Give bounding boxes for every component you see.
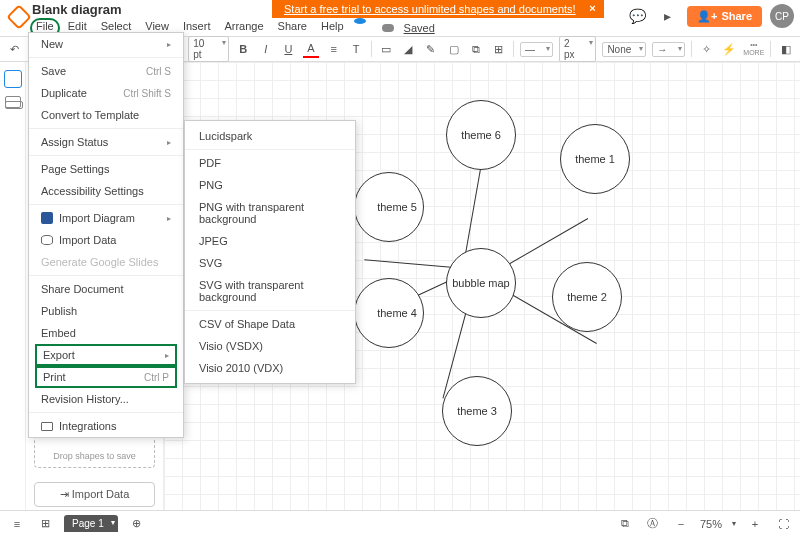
export-vsdx[interactable]: Visio (VSDX) bbox=[185, 335, 355, 357]
file-embed[interactable]: Embed bbox=[29, 322, 183, 344]
sep bbox=[513, 41, 514, 57]
magic-icon[interactable]: ✧ bbox=[698, 40, 715, 58]
line-color-icon[interactable]: ✎ bbox=[423, 40, 440, 58]
file-share-doc[interactable]: Share Document bbox=[29, 278, 183, 300]
line-style-combo[interactable]: None bbox=[602, 42, 646, 57]
visio-icon bbox=[41, 212, 53, 224]
fill-icon[interactable]: ▭ bbox=[377, 40, 394, 58]
export-pdf[interactable]: PDF bbox=[185, 152, 355, 174]
trial-banner[interactable]: Start a free trial to access unlimited s… bbox=[272, 0, 604, 18]
lightning-icon[interactable]: ⚡ bbox=[721, 40, 738, 58]
export-png[interactable]: PNG bbox=[185, 174, 355, 196]
export-vdx[interactable]: Visio 2010 (VDX) bbox=[185, 357, 355, 379]
arrow-end-combo[interactable]: → bbox=[652, 42, 685, 57]
shapes-panel-icon[interactable] bbox=[4, 70, 22, 88]
fullscreen-icon[interactable]: ⛶ bbox=[774, 515, 792, 533]
shape-icon[interactable]: ▢ bbox=[445, 40, 462, 58]
file-duplicate[interactable]: DuplicateCtrl Shift S bbox=[29, 82, 183, 104]
align-icon[interactable]: ≡ bbox=[325, 40, 342, 58]
file-import-data[interactable]: Import Data bbox=[29, 229, 183, 251]
comment-icon[interactable]: 💬 bbox=[627, 6, 649, 26]
import-data-button[interactable]: ⇥ Import Data bbox=[34, 482, 155, 507]
file-dropdown: New▸ SaveCtrl S DuplicateCtrl Shift S Co… bbox=[28, 32, 184, 438]
left-rail bbox=[0, 62, 26, 510]
add-page-icon[interactable]: ⊕ bbox=[128, 515, 146, 533]
doc-title[interactable]: Blank diagram bbox=[32, 2, 122, 17]
menu-help[interactable]: Help bbox=[315, 18, 350, 38]
file-revision-history[interactable]: Revision History... bbox=[29, 388, 183, 410]
italic-icon[interactable]: I bbox=[257, 40, 274, 58]
node-theme1[interactable]: theme 1 bbox=[560, 124, 630, 194]
bold-icon[interactable]: B bbox=[235, 40, 252, 58]
zoom-in-icon[interactable]: + bbox=[746, 515, 764, 533]
bottom-bar: ≡ ⊞ Page 1 ⊕ ⧉ Ⓐ − 75% ▾ + ⛶ bbox=[0, 510, 800, 536]
file-convert-template[interactable]: Convert to Template bbox=[29, 104, 183, 126]
chevron-right-icon: ▸ bbox=[167, 138, 171, 147]
undo-icon[interactable]: ↶ bbox=[6, 40, 23, 58]
node-theme3[interactable]: theme 3 bbox=[442, 376, 512, 446]
stroke-width-combo[interactable]: 2 px bbox=[559, 36, 596, 62]
file-page-settings[interactable]: Page Settings bbox=[29, 158, 183, 180]
text-size-icon[interactable]: T bbox=[348, 40, 365, 58]
node-theme6[interactable]: theme 6 bbox=[446, 100, 516, 170]
file-publish[interactable]: Publish bbox=[29, 300, 183, 322]
file-import-diagram[interactable]: Import Diagram▸ bbox=[29, 207, 183, 229]
file-save[interactable]: SaveCtrl S bbox=[29, 60, 183, 82]
chevron-right-icon: ▸ bbox=[167, 40, 171, 49]
saved-status[interactable]: Saved bbox=[376, 18, 447, 38]
sep bbox=[691, 41, 692, 57]
more-icon[interactable]: •••MORE bbox=[743, 41, 764, 57]
briefcase-icon bbox=[41, 422, 53, 431]
export-svg[interactable]: SVG bbox=[185, 252, 355, 274]
node-theme2[interactable]: theme 2 bbox=[552, 262, 622, 332]
underline-icon[interactable]: U bbox=[280, 40, 297, 58]
file-accessibility[interactable]: Accessibility Settings bbox=[29, 180, 183, 202]
file-integrations[interactable]: Integrations bbox=[29, 415, 183, 437]
share-button[interactable]: 👤+ Share bbox=[687, 6, 762, 27]
connector bbox=[364, 259, 454, 268]
file-new[interactable]: New▸ bbox=[29, 33, 183, 55]
banner-text: Start a free trial to access unlimited s… bbox=[284, 3, 576, 15]
sep bbox=[770, 41, 771, 57]
layers-icon[interactable]: ⧉ bbox=[468, 40, 485, 58]
page-tab[interactable]: Page 1 bbox=[64, 515, 118, 532]
export-png-transparent[interactable]: PNG with transparent background bbox=[185, 196, 355, 230]
panel-toggle-icon[interactable]: ◧ bbox=[777, 40, 794, 58]
node-center[interactable]: bubble map bbox=[446, 248, 516, 318]
text-color-icon[interactable]: A bbox=[303, 40, 320, 58]
file-assign-status[interactable]: Assign Status▸ bbox=[29, 131, 183, 153]
status-dot-icon bbox=[354, 18, 366, 24]
accessibility-icon[interactable]: Ⓐ bbox=[644, 515, 662, 533]
file-export[interactable]: Export▸ bbox=[35, 344, 177, 366]
font-size-combo[interactable]: 10 pt bbox=[188, 36, 229, 62]
chevron-right-icon: ▸ bbox=[165, 351, 169, 360]
data-panel-icon[interactable] bbox=[5, 96, 21, 108]
chevron-right-icon: ▸ bbox=[167, 214, 171, 223]
avatar[interactable]: CP bbox=[770, 4, 794, 28]
export-csv[interactable]: CSV of Shape Data bbox=[185, 313, 355, 335]
top-right-actions: 💬 ▸ 👤+ Share CP bbox=[627, 4, 794, 28]
app-logo-icon[interactable] bbox=[6, 4, 31, 29]
node-theme5[interactable]: theme 5 bbox=[354, 172, 424, 242]
line-type-combo[interactable]: — bbox=[520, 42, 553, 57]
grid-icon[interactable]: ⊞ bbox=[490, 40, 507, 58]
zoom-dropdown-icon[interactable]: ▾ bbox=[732, 519, 736, 528]
export-lucidspark[interactable]: Lucidspark bbox=[185, 125, 355, 147]
bucket-icon[interactable]: ◢ bbox=[400, 40, 417, 58]
export-svg-transparent[interactable]: SVG with transparent background bbox=[185, 274, 355, 308]
zoom-level[interactable]: 75% bbox=[700, 518, 722, 530]
close-icon[interactable]: × bbox=[589, 2, 595, 14]
cloud-icon bbox=[382, 24, 394, 32]
menu-arrange[interactable]: Arrange bbox=[218, 18, 269, 38]
present-icon[interactable]: ▸ bbox=[657, 6, 679, 26]
list-view-icon[interactable]: ≡ bbox=[8, 515, 26, 533]
menu-share[interactable]: Share bbox=[272, 18, 313, 38]
grid-view-icon[interactable]: ⊞ bbox=[36, 515, 54, 533]
export-submenu: Lucidspark PDF PNG PNG with transparent … bbox=[184, 120, 356, 384]
node-theme4[interactable]: theme 4 bbox=[354, 278, 424, 348]
file-google-slides: Generate Google Slides bbox=[29, 251, 183, 273]
file-print[interactable]: PrintCtrl P bbox=[35, 366, 177, 388]
layers-bottom-icon[interactable]: ⧉ bbox=[616, 515, 634, 533]
export-jpeg[interactable]: JPEG bbox=[185, 230, 355, 252]
zoom-out-icon[interactable]: − bbox=[672, 515, 690, 533]
